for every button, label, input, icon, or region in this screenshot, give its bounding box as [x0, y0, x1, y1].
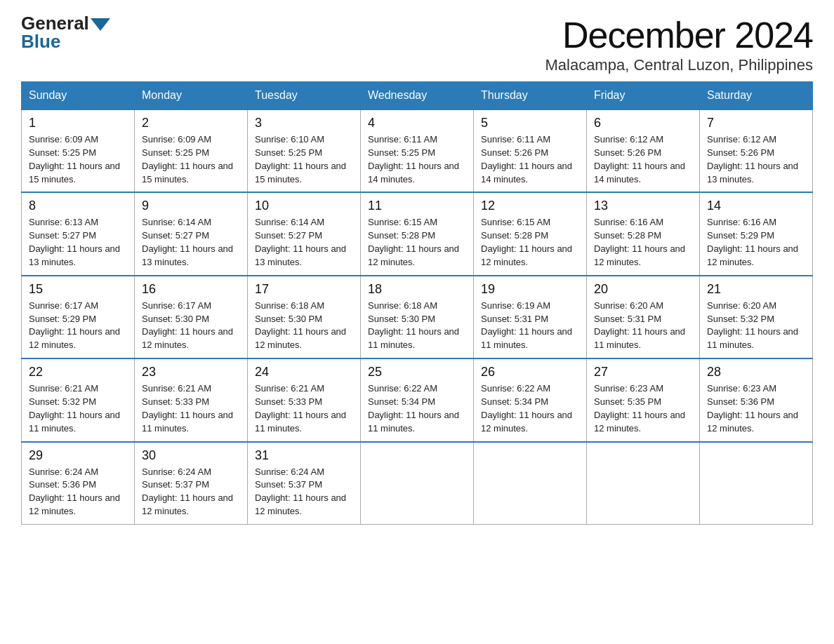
day-number: 28: [707, 365, 805, 380]
day-number: 20: [594, 282, 692, 297]
calendar-week-5: 29Sunrise: 6:24 AMSunset: 5:36 PMDayligh…: [22, 442, 813, 525]
calendar-header-row: SundayMondayTuesdayWednesdayThursdayFrid…: [22, 82, 813, 110]
calendar-cell: 12Sunrise: 6:15 AMSunset: 5:28 PMDayligh…: [474, 192, 587, 275]
weekday-header-wednesday: Wednesday: [361, 82, 474, 110]
calendar-cell: 28Sunrise: 6:23 AMSunset: 5:36 PMDayligh…: [700, 358, 813, 441]
calendar-week-2: 8Sunrise: 6:13 AMSunset: 5:27 PMDaylight…: [22, 192, 813, 275]
day-info: Sunrise: 6:16 AMSunset: 5:29 PMDaylight:…: [707, 216, 805, 269]
day-number: 26: [481, 365, 579, 380]
weekday-header-sunday: Sunday: [22, 82, 135, 110]
calendar-table: SundayMondayTuesdayWednesdayThursdayFrid…: [21, 81, 813, 525]
day-info: Sunrise: 6:23 AMSunset: 5:35 PMDaylight:…: [594, 382, 692, 435]
day-info: Sunrise: 6:17 AMSunset: 5:29 PMDaylight:…: [29, 300, 127, 352]
day-number: 4: [368, 116, 466, 130]
calendar-cell: 15Sunrise: 6:17 AMSunset: 5:29 PMDayligh…: [22, 276, 135, 358]
day-number: 17: [255, 282, 353, 297]
day-number: 7: [707, 116, 805, 130]
calendar-cell: 2Sunrise: 6:09 AMSunset: 5:25 PMDaylight…: [135, 109, 248, 192]
calendar-cell: 27Sunrise: 6:23 AMSunset: 5:35 PMDayligh…: [587, 358, 700, 441]
day-info: Sunrise: 6:20 AMSunset: 5:32 PMDaylight:…: [707, 300, 805, 352]
day-info: Sunrise: 6:13 AMSunset: 5:27 PMDaylight:…: [29, 216, 127, 269]
day-number: 24: [255, 365, 353, 380]
day-number: 13: [594, 199, 692, 213]
calendar-cell: 18Sunrise: 6:18 AMSunset: 5:30 PMDayligh…: [361, 276, 474, 358]
day-info: Sunrise: 6:20 AMSunset: 5:31 PMDaylight:…: [594, 300, 692, 352]
day-info: Sunrise: 6:15 AMSunset: 5:28 PMDaylight:…: [481, 216, 579, 269]
day-number: 25: [368, 365, 466, 380]
day-info: Sunrise: 6:16 AMSunset: 5:28 PMDaylight:…: [594, 216, 692, 269]
day-info: Sunrise: 6:14 AMSunset: 5:27 PMDaylight:…: [255, 216, 353, 269]
day-number: 31: [255, 448, 353, 463]
day-number: 27: [594, 365, 692, 380]
day-number: 5: [481, 116, 579, 130]
calendar-cell: 30Sunrise: 6:24 AMSunset: 5:37 PMDayligh…: [135, 442, 248, 525]
day-number: 23: [142, 365, 240, 380]
calendar-cell: [361, 442, 474, 525]
day-number: 11: [368, 199, 466, 213]
day-number: 15: [29, 282, 127, 297]
day-info: Sunrise: 6:09 AMSunset: 5:25 PMDaylight:…: [142, 133, 240, 186]
day-info: Sunrise: 6:18 AMSunset: 5:30 PMDaylight:…: [368, 300, 466, 352]
day-number: 14: [707, 199, 805, 213]
day-info: Sunrise: 6:15 AMSunset: 5:28 PMDaylight:…: [368, 216, 466, 269]
day-number: 3: [255, 116, 353, 130]
calendar-cell: 19Sunrise: 6:19 AMSunset: 5:31 PMDayligh…: [474, 276, 587, 358]
weekday-header-saturday: Saturday: [700, 82, 813, 110]
day-info: Sunrise: 6:21 AMSunset: 5:33 PMDaylight:…: [255, 382, 353, 435]
calendar-cell: 16Sunrise: 6:17 AMSunset: 5:30 PMDayligh…: [135, 276, 248, 358]
calendar-cell: 1Sunrise: 6:09 AMSunset: 5:25 PMDaylight…: [22, 109, 135, 192]
calendar-cell: 23Sunrise: 6:21 AMSunset: 5:33 PMDayligh…: [135, 358, 248, 441]
day-info: Sunrise: 6:24 AMSunset: 5:36 PMDaylight:…: [29, 466, 127, 518]
calendar-cell: 8Sunrise: 6:13 AMSunset: 5:27 PMDaylight…: [22, 192, 135, 275]
day-info: Sunrise: 6:11 AMSunset: 5:25 PMDaylight:…: [368, 133, 466, 186]
day-info: Sunrise: 6:24 AMSunset: 5:37 PMDaylight:…: [255, 466, 353, 518]
logo-blue: Blue: [21, 31, 60, 52]
weekday-header-monday: Monday: [135, 82, 248, 110]
calendar-cell: 4Sunrise: 6:11 AMSunset: 5:25 PMDaylight…: [361, 109, 474, 192]
day-info: Sunrise: 6:12 AMSunset: 5:26 PMDaylight:…: [594, 133, 692, 186]
weekday-header-friday: Friday: [587, 82, 700, 110]
calendar-week-4: 22Sunrise: 6:21 AMSunset: 5:32 PMDayligh…: [22, 358, 813, 441]
day-number: 9: [142, 199, 240, 213]
calendar-cell: 25Sunrise: 6:22 AMSunset: 5:34 PMDayligh…: [361, 358, 474, 441]
title-block: December 2024 Malacampa, Central Luzon, …: [545, 14, 813, 74]
calendar-cell: [700, 442, 813, 525]
weekday-header-tuesday: Tuesday: [248, 82, 361, 110]
calendar-cell: 7Sunrise: 6:12 AMSunset: 5:26 PMDaylight…: [700, 109, 813, 192]
day-number: 8: [29, 199, 127, 213]
day-number: 22: [29, 365, 127, 380]
day-info: Sunrise: 6:14 AMSunset: 5:27 PMDaylight:…: [142, 216, 240, 269]
day-info: Sunrise: 6:11 AMSunset: 5:26 PMDaylight:…: [481, 133, 579, 186]
day-info: Sunrise: 6:19 AMSunset: 5:31 PMDaylight:…: [481, 300, 579, 352]
calendar-week-1: 1Sunrise: 6:09 AMSunset: 5:25 PMDaylight…: [22, 109, 813, 192]
calendar-cell: 11Sunrise: 6:15 AMSunset: 5:28 PMDayligh…: [361, 192, 474, 275]
calendar-cell: 31Sunrise: 6:24 AMSunset: 5:37 PMDayligh…: [248, 442, 361, 525]
day-number: 19: [481, 282, 579, 297]
calendar-cell: 3Sunrise: 6:10 AMSunset: 5:25 PMDaylight…: [248, 109, 361, 192]
calendar-cell: 9Sunrise: 6:14 AMSunset: 5:27 PMDaylight…: [135, 192, 248, 275]
logo-general: General: [21, 14, 89, 32]
day-info: Sunrise: 6:24 AMSunset: 5:37 PMDaylight:…: [142, 466, 240, 518]
calendar-week-3: 15Sunrise: 6:17 AMSunset: 5:29 PMDayligh…: [22, 276, 813, 358]
day-number: 16: [142, 282, 240, 297]
calendar-cell: 13Sunrise: 6:16 AMSunset: 5:28 PMDayligh…: [587, 192, 700, 275]
day-info: Sunrise: 6:12 AMSunset: 5:26 PMDaylight:…: [707, 133, 805, 186]
day-number: 21: [707, 282, 805, 297]
page-title: December 2024: [545, 14, 813, 56]
day-info: Sunrise: 6:22 AMSunset: 5:34 PMDaylight:…: [481, 382, 579, 435]
day-number: 29: [29, 448, 127, 463]
day-number: 2: [142, 116, 240, 130]
day-info: Sunrise: 6:22 AMSunset: 5:34 PMDaylight:…: [368, 382, 466, 435]
day-number: 12: [481, 199, 579, 213]
day-info: Sunrise: 6:21 AMSunset: 5:33 PMDaylight:…: [142, 382, 240, 435]
page-subtitle: Malacampa, Central Luzon, Philippines: [545, 56, 813, 74]
day-number: 10: [255, 199, 353, 213]
day-info: Sunrise: 6:10 AMSunset: 5:25 PMDaylight:…: [255, 133, 353, 186]
calendar-cell: 26Sunrise: 6:22 AMSunset: 5:34 PMDayligh…: [474, 358, 587, 441]
calendar-cell: 10Sunrise: 6:14 AMSunset: 5:27 PMDayligh…: [248, 192, 361, 275]
calendar-cell: 17Sunrise: 6:18 AMSunset: 5:30 PMDayligh…: [248, 276, 361, 358]
calendar-cell: 5Sunrise: 6:11 AMSunset: 5:26 PMDaylight…: [474, 109, 587, 192]
day-info: Sunrise: 6:17 AMSunset: 5:30 PMDaylight:…: [142, 300, 240, 352]
calendar-cell: [587, 442, 700, 525]
calendar-cell: 22Sunrise: 6:21 AMSunset: 5:32 PMDayligh…: [22, 358, 135, 441]
